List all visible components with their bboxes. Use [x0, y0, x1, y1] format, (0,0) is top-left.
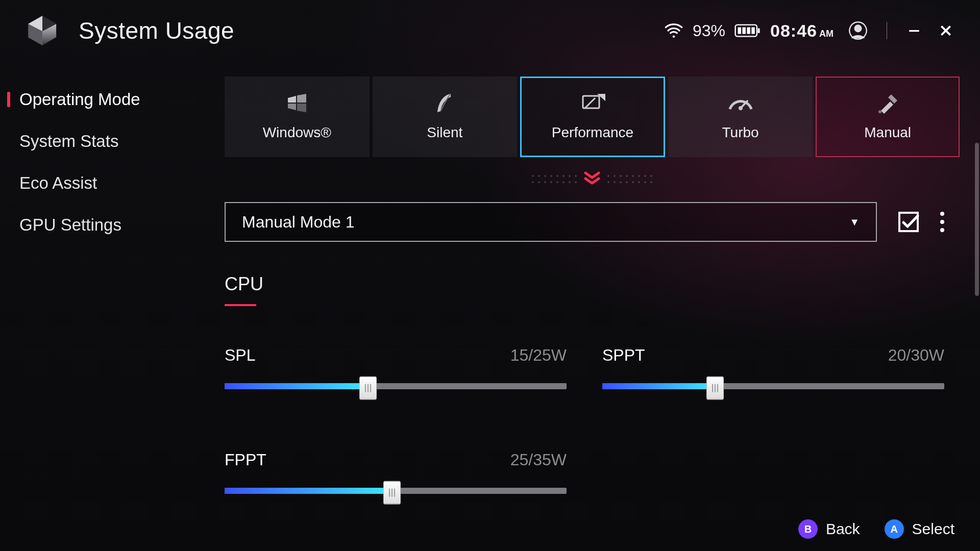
slider-track[interactable]	[225, 383, 567, 389]
slider-thumb[interactable]	[383, 481, 401, 505]
svg-rect-6	[738, 28, 742, 34]
mode-label: Windows®	[263, 124, 331, 141]
chevron-down-icon[interactable]	[584, 171, 600, 187]
battery-icon	[734, 23, 761, 38]
slider-value: 25/35W	[510, 450, 567, 469]
mode-label: Performance	[552, 124, 633, 141]
windows-icon	[286, 93, 308, 113]
mode-tile-windows[interactable]: Windows®	[225, 77, 370, 157]
mode-tile-silent[interactable]: Silent	[373, 77, 518, 157]
sidebar-item-label: Eco Assist	[19, 173, 97, 192]
sidebar-item-system-stats[interactable]: System Stats	[0, 120, 225, 162]
page-title: System Usage	[79, 17, 234, 44]
tools-icon	[876, 93, 899, 113]
profile-icon[interactable]	[848, 20, 868, 41]
mode-label: Turbo	[722, 124, 759, 141]
preset-select[interactable]: Manual Mode 1 ▼	[225, 202, 877, 242]
mode-label: Silent	[427, 124, 462, 141]
mode-tile-manual[interactable]: Manual	[816, 77, 960, 157]
more-options-button[interactable]	[940, 212, 944, 232]
apply-checkbox-button[interactable]	[897, 211, 920, 233]
scrollbar[interactable]	[975, 143, 979, 296]
section-title-cpu: CPU	[225, 273, 960, 295]
caret-down-icon: ▼	[849, 216, 860, 228]
svg-rect-10	[909, 30, 919, 32]
slider-sppt: SPPT 20/30W	[602, 346, 944, 389]
hint-label: Back	[826, 520, 860, 538]
sidebar-item-label: Operating Mode	[19, 90, 140, 109]
slider-track[interactable]	[602, 383, 944, 389]
slider-thumb[interactable]	[359, 377, 377, 400]
slider-value: 20/30W	[888, 346, 944, 365]
mode-tile-turbo[interactable]: Turbo	[668, 77, 813, 157]
slider-label: SPPT	[602, 346, 645, 365]
svg-marker-16	[297, 104, 306, 112]
svg-marker-15	[288, 104, 296, 110]
svg-marker-14	[297, 94, 306, 103]
svg-marker-18	[597, 94, 605, 101]
clock: 08:46AM	[770, 21, 834, 41]
sidebar: Operating Mode System Stats Eco Assist G…	[0, 61, 225, 551]
footer-hints: B Back A Select	[798, 519, 954, 539]
slider-fppt: FPPT 25/35W	[225, 450, 567, 494]
header-divider	[887, 22, 887, 39]
minimize-button[interactable]	[905, 22, 923, 39]
svg-point-22	[878, 110, 881, 113]
mode-label: Manual	[864, 124, 911, 141]
expand-chevron-row	[225, 171, 960, 187]
section-underline	[225, 304, 256, 306]
sidebar-item-eco-assist[interactable]: Eco Assist	[0, 162, 225, 204]
battery-percent: 93%	[693, 21, 725, 40]
sidebar-item-label: GPU Settings	[19, 215, 121, 234]
preset-selected-label: Manual Mode 1	[242, 213, 355, 232]
performance-icon	[580, 93, 605, 113]
sidebar-item-operating-mode[interactable]: Operating Mode	[0, 79, 225, 120]
sidebar-item-label: System Stats	[19, 132, 118, 151]
svg-rect-23	[899, 213, 918, 231]
slider-track[interactable]	[225, 488, 567, 494]
slider-thumb[interactable]	[706, 377, 724, 400]
close-button[interactable]	[937, 22, 954, 39]
feather-icon	[434, 93, 455, 113]
sidebar-item-gpu-settings[interactable]: GPU Settings	[0, 204, 225, 246]
svg-marker-13	[288, 96, 296, 103]
svg-rect-8	[747, 28, 750, 34]
wifi-icon	[664, 23, 683, 38]
slider-label: SPL	[225, 346, 255, 365]
b-button-icon: B	[798, 519, 818, 539]
hint-select: A Select	[885, 519, 954, 539]
slider-value: 15/25W	[510, 346, 567, 365]
slider-label: FPPT	[225, 450, 266, 469]
svg-rect-9	[751, 28, 755, 34]
svg-rect-7	[742, 28, 746, 34]
speedometer-icon	[728, 93, 753, 113]
mode-tile-row: Windows® Silent	[225, 77, 960, 157]
a-button-icon: A	[885, 519, 904, 539]
svg-line-19	[585, 98, 595, 108]
hint-back: B Back	[798, 519, 860, 539]
hint-label: Select	[912, 520, 954, 538]
svg-rect-5	[758, 28, 760, 33]
mode-tile-performance[interactable]: Performance	[520, 77, 665, 157]
app-logo-icon	[26, 14, 59, 47]
slider-spl: SPL 15/25W	[225, 346, 567, 389]
status-cluster: 93% 08:46AM	[664, 21, 834, 41]
